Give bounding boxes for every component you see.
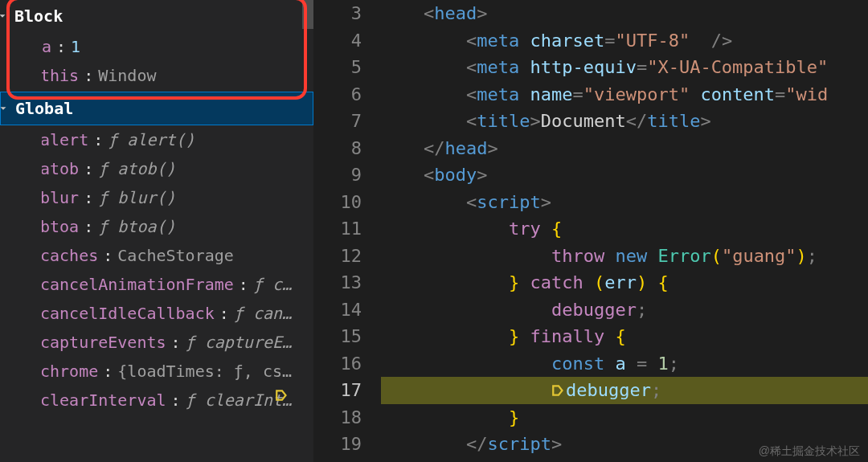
scope-global-body: alert: ƒ alert()atob: ƒ atob()blur: ƒ bl… xyxy=(0,125,313,415)
scope-row[interactable]: caches: CacheStorage xyxy=(42,241,313,270)
var-value: ƒ btoa() xyxy=(98,212,175,241)
var-key: chrome xyxy=(42,357,98,386)
line-number: 16 xyxy=(313,350,362,378)
execution-pointer-icon xyxy=(551,378,566,393)
code-line[interactable]: <meta name="viewport" content="wid xyxy=(381,81,868,108)
code-line[interactable]: } catch (err) { xyxy=(381,269,868,296)
var-key: clearInterval xyxy=(42,386,166,415)
var-value: ƒ captureE… xyxy=(186,328,292,357)
code-line[interactable]: </head> xyxy=(381,135,868,162)
var-value: ƒ atob() xyxy=(98,154,175,183)
code-line[interactable]: try { xyxy=(381,215,868,243)
scope-row[interactable]: atob: ƒ atob() xyxy=(42,154,313,183)
scope-row[interactable]: a: 1 xyxy=(42,32,313,61)
var-key: btoa xyxy=(42,212,79,241)
chevron-down-icon xyxy=(0,103,9,114)
scope-block-label: Block xyxy=(14,2,63,31)
code-line[interactable]: throw new Error("guang"); xyxy=(381,243,868,270)
code-line[interactable]: <script> xyxy=(381,189,868,216)
scope-global-label: Global xyxy=(15,94,73,123)
code-line[interactable]: <head> xyxy=(381,0,868,27)
code-area[interactable]: <head> <meta charset="UTF-8" /> <meta ht… xyxy=(381,0,868,462)
execution-marker-icon xyxy=(275,383,289,398)
line-number: 14 xyxy=(313,296,362,324)
var-value: ƒ can… xyxy=(234,299,292,328)
var-key: caches xyxy=(42,241,98,270)
var-key: this xyxy=(42,61,79,90)
scope-row[interactable]: cancelAnimationFrame: ƒ c… xyxy=(42,270,313,299)
scope-row[interactable]: this: Window xyxy=(42,61,313,90)
var-key: blur xyxy=(42,183,79,212)
code-line[interactable]: } xyxy=(381,404,868,431)
var-key: alert xyxy=(42,125,88,154)
scope-block-body: a: 1 this: Window xyxy=(0,32,313,90)
line-number: 7 xyxy=(313,108,362,135)
var-key: cancelAnimationFrame xyxy=(42,270,234,299)
line-number: 5 xyxy=(313,54,362,81)
var-value: ƒ c… xyxy=(253,270,292,299)
line-number: 8 xyxy=(313,135,362,162)
var-key: cancelIdleCallback xyxy=(42,299,215,328)
line-number: 4 xyxy=(313,27,362,55)
var-value: 1 xyxy=(71,32,80,61)
line-number: 12 xyxy=(313,243,362,270)
scope-row[interactable]: alert: ƒ alert() xyxy=(42,125,313,154)
code-line[interactable]: <meta charset="UTF-8" /> xyxy=(381,27,868,55)
line-number-gutter: 345678910111213141516171819 xyxy=(313,0,381,462)
code-line[interactable]: <meta http-equiv="X-UA-Compatible" xyxy=(381,54,868,81)
watermark: @稀土掘金技术社区 xyxy=(759,444,860,459)
line-number: 10 xyxy=(313,189,362,216)
var-key: captureEvents xyxy=(42,328,166,357)
line-number: 15 xyxy=(313,323,362,350)
scope-row[interactable]: blur: ƒ blur() xyxy=(42,183,313,212)
scope-row[interactable]: btoa: ƒ btoa() xyxy=(42,212,313,241)
code-line[interactable]: } finally { xyxy=(381,323,868,350)
var-value: {loadTimes: ƒ, cs… xyxy=(117,357,292,386)
line-number: 3 xyxy=(313,0,362,27)
var-value: ƒ alert() xyxy=(108,125,194,154)
line-number: 11 xyxy=(313,215,362,243)
var-value: Window xyxy=(98,61,156,90)
scrollbar-thumb[interactable] xyxy=(302,0,313,29)
scope-block-header[interactable]: Block xyxy=(0,0,313,32)
code-editor[interactable]: 345678910111213141516171819 <head> <meta… xyxy=(313,0,868,462)
code-line[interactable]: debugger; xyxy=(381,296,868,324)
code-line[interactable]: <body> xyxy=(381,161,868,189)
scope-panel: Block a: 1 this: Window Global alert: ƒ … xyxy=(0,0,313,462)
scope-global-header[interactable]: Global xyxy=(0,92,313,125)
scope-row[interactable]: clearInterval: ƒ clearInt… xyxy=(42,386,313,415)
line-number: 6 xyxy=(313,81,362,108)
line-number: 18 xyxy=(313,404,362,431)
var-value: CacheStorage xyxy=(117,241,234,270)
line-number: 17 xyxy=(313,377,362,404)
var-key: a xyxy=(42,32,51,61)
line-number: 13 xyxy=(313,269,362,296)
code-line[interactable]: debugger; xyxy=(381,377,868,404)
chevron-down-icon xyxy=(0,10,8,22)
code-line[interactable]: <title>Document</title> xyxy=(381,108,868,135)
line-number: 9 xyxy=(313,161,362,189)
var-key: atob xyxy=(42,154,79,183)
var-value: ƒ blur() xyxy=(98,183,175,212)
scope-row[interactable]: chrome: {loadTimes: ƒ, cs… xyxy=(42,357,313,386)
scope-row[interactable]: captureEvents: ƒ captureE… xyxy=(42,328,313,357)
code-line[interactable]: const a = 1; xyxy=(381,350,868,378)
line-number: 19 xyxy=(313,431,362,458)
scope-row[interactable]: cancelIdleCallback: ƒ can… xyxy=(42,299,313,328)
